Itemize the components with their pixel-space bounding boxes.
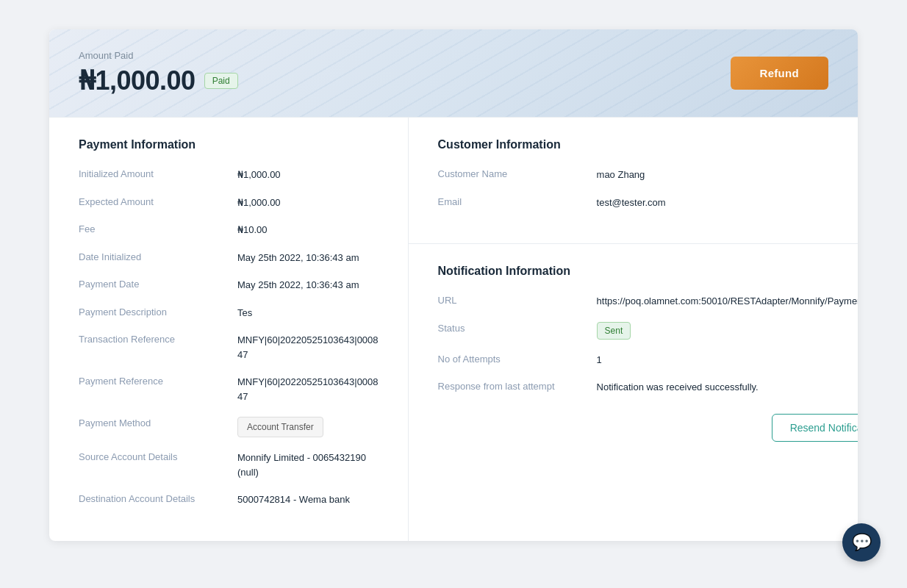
value-payment-date: May 25th 2022, 10:36:43 am	[237, 278, 379, 293]
status-badge: Sent	[597, 322, 631, 340]
value-email: test@tester.com	[597, 196, 858, 210]
value-payment-method: Account Transfer	[237, 417, 379, 437]
label-date-initialized: Date Initialized	[79, 251, 226, 262]
amount-row: ₦1,000.00 Paid	[79, 65, 238, 96]
value-expected-amount: ₦1,000.00	[237, 196, 379, 210]
amount-label: Amount Paid	[79, 50, 238, 61]
paid-badge: Paid	[204, 73, 238, 89]
value-fee: ₦10.00	[237, 223, 379, 237]
value-url: https://poq.olamnet.com:50010/RESTAdapte…	[597, 294, 858, 309]
value-response: Notification was received successfully.	[597, 380, 858, 395]
row-payment-method: Payment Method Account Transfer	[79, 417, 379, 437]
value-status: Sent	[597, 322, 858, 340]
label-url: URL	[438, 294, 585, 306]
label-status: Status	[438, 322, 585, 334]
label-payment-date: Payment Date	[79, 278, 226, 290]
amount-value: ₦1,000.00	[79, 65, 196, 96]
resend-notification-button[interactable]: Resend Notification	[772, 414, 858, 442]
row-payment-reference: Payment Reference MNFY|60|20220525103643…	[79, 375, 379, 404]
row-destination-account: Destination Account Details 5000742814 -…	[79, 492, 379, 507]
label-email: Email	[438, 196, 585, 207]
chat-button[interactable]: 💬	[842, 523, 881, 562]
payment-info-title: Payment Information	[79, 138, 379, 151]
label-response: Response from last attempt	[438, 380, 585, 392]
label-transaction-reference: Transaction Reference	[79, 333, 226, 345]
value-payment-reference: MNFY|60|20220525103643|0008 47	[237, 375, 379, 404]
row-response: Response from last attempt Notification …	[438, 380, 858, 395]
right-panel: Customer Information Customer Name mao Z…	[409, 118, 858, 541]
customer-info-section: Customer Information Customer Name mao Z…	[409, 118, 858, 244]
row-fee: Fee ₦10.00	[79, 223, 379, 237]
label-fee: Fee	[79, 223, 226, 234]
value-payment-description: Tes	[237, 306, 379, 320]
notification-info-title: Notification Information	[438, 265, 858, 278]
row-payment-date: Payment Date May 25th 2022, 10:36:43 am	[79, 278, 379, 293]
row-attempts: No of Attempts 1	[438, 353, 858, 368]
label-initialized-amount: Initialized Amount	[79, 168, 226, 179]
label-customer-name: Customer Name	[438, 168, 585, 179]
row-url: URL https://poq.olamnet.com:50010/RESTAd…	[438, 294, 858, 309]
button-area: Resend Notification	[438, 408, 858, 442]
row-initialized-amount: Initialized Amount ₦1,000.00	[79, 168, 379, 182]
value-transaction-reference: MNFY|60|20220525103643|0008 47	[237, 333, 379, 362]
row-payment-description: Payment Description Tes	[79, 306, 379, 320]
top-section: Amount Paid ₦1,000.00 Paid Refund	[49, 29, 858, 117]
value-destination-account: 5000742814 - Wema bank	[237, 492, 379, 507]
label-attempts: No of Attempts	[438, 353, 585, 365]
page-container: Amount Paid ₦1,000.00 Paid Refund Paymen…	[49, 29, 858, 541]
label-destination-account: Destination Account Details	[79, 492, 226, 504]
main-content: Payment Information Initialized Amount ₦…	[49, 117, 858, 541]
row-source-account: Source Account Details Monnify Limited -…	[79, 451, 379, 479]
value-customer-name: mao Zhang	[597, 168, 858, 182]
row-date-initialized: Date Initialized May 25th 2022, 10:36:43…	[79, 251, 379, 265]
payment-method-badge: Account Transfer	[237, 417, 323, 437]
label-source-account: Source Account Details	[79, 451, 226, 462]
notification-info-section: Notification Information URL https://poq…	[409, 244, 858, 462]
value-source-account: Monnify Limited - 0065432190 (null)	[237, 451, 379, 479]
row-expected-amount: Expected Amount ₦1,000.00	[79, 196, 379, 210]
label-payment-description: Payment Description	[79, 306, 226, 318]
amount-section: Amount Paid ₦1,000.00 Paid	[79, 50, 238, 96]
left-panel: Payment Information Initialized Amount ₦…	[49, 118, 409, 541]
customer-info-title: Customer Information	[438, 138, 858, 151]
label-expected-amount: Expected Amount	[79, 196, 226, 207]
value-initialized-amount: ₦1,000.00	[237, 168, 379, 182]
chat-icon: 💬	[852, 533, 872, 552]
value-date-initialized: May 25th 2022, 10:36:43 am	[237, 251, 379, 265]
row-customer-name: Customer Name mao Zhang	[438, 168, 858, 182]
row-transaction-reference: Transaction Reference MNFY|60|2022052510…	[79, 333, 379, 362]
row-email: Email test@tester.com	[438, 196, 858, 210]
label-payment-reference: Payment Reference	[79, 375, 226, 387]
value-attempts: 1	[597, 353, 858, 368]
refund-button[interactable]: Refund	[731, 57, 828, 90]
row-status: Status Sent	[438, 322, 858, 340]
label-payment-method: Payment Method	[79, 417, 226, 429]
